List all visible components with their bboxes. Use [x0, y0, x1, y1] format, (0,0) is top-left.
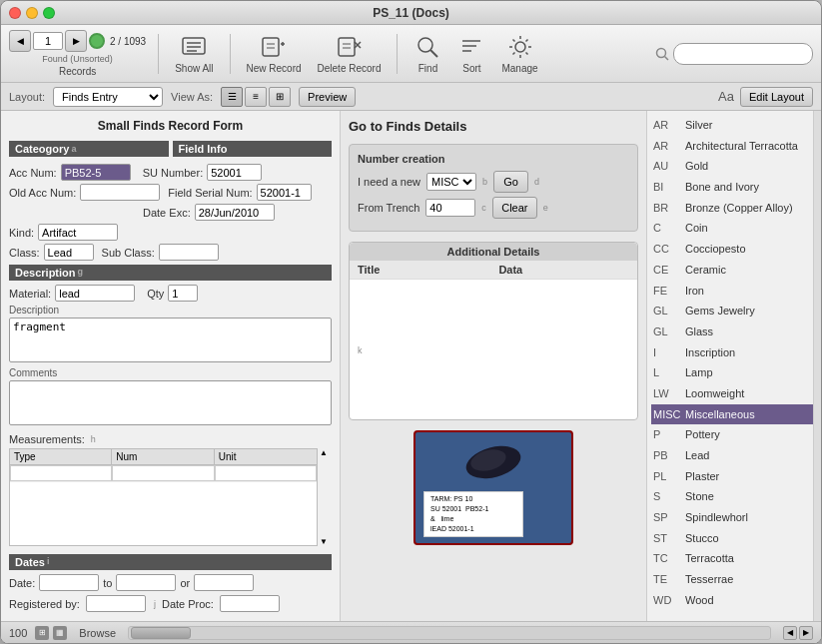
cat-name: Ceramic: [685, 261, 726, 280]
cat-code: GL: [653, 302, 681, 321]
category-item[interactable]: ARArchitectural Terracotta: [651, 136, 817, 157]
meas-unit-input-1[interactable]: [215, 465, 317, 481]
meas-scroll-up[interactable]: ▲: [320, 448, 332, 457]
cat-code: BR: [653, 199, 681, 218]
registered-input[interactable]: [86, 595, 146, 612]
category-item[interactable]: SPSpindlewhorl: [651, 507, 817, 528]
section-g-label: g: [78, 267, 84, 279]
category-item[interactable]: FEIron: [651, 281, 817, 302]
category-item[interactable]: ARSilver: [651, 115, 817, 136]
artifact-svg: [463, 442, 523, 482]
category-item[interactable]: PPottery: [651, 424, 817, 445]
material-label: Material:: [9, 288, 51, 300]
meas-scroll-down[interactable]: ▼: [320, 537, 332, 546]
additional-details-box: Additional Details Title Data k: [349, 242, 638, 420]
description-textarea[interactable]: fragment: [9, 318, 332, 362]
meas-type-input-1[interactable]: [10, 465, 112, 481]
class-row: Class: Sub Class:: [9, 244, 332, 261]
view-form-button[interactable]: ☰: [221, 87, 243, 107]
su-number-label: SU Number:: [143, 167, 204, 179]
date-proc-input[interactable]: [220, 595, 280, 612]
dates-wrapper: Dates i Date: to or: [9, 554, 332, 591]
kind-input[interactable]: [38, 224, 118, 241]
category-item[interactable]: TCTerracotta: [651, 548, 817, 569]
comments-textarea[interactable]: [9, 380, 332, 425]
svg-point-19: [515, 42, 525, 52]
horizontal-scrollbar[interactable]: [128, 626, 771, 640]
cat-name: Lead: [685, 446, 709, 465]
view-list-button[interactable]: ≡: [245, 87, 267, 107]
minimize-button[interactable]: [26, 7, 38, 19]
cat-name: Tesserrae: [685, 570, 733, 589]
go-button[interactable]: Go: [493, 171, 528, 193]
window-controls: [9, 7, 55, 19]
category-item[interactable]: CECeramic: [651, 260, 817, 281]
category-item[interactable]: STStucco: [651, 528, 817, 549]
cat-name: Spindlewhorl: [685, 508, 748, 527]
clear-button[interactable]: Clear: [492, 197, 537, 219]
trench-input[interactable]: [425, 199, 475, 217]
i-need-label: I need a new: [358, 176, 420, 188]
su-number-input[interactable]: [207, 164, 262, 181]
qty-input[interactable]: [168, 285, 198, 302]
date-or-input[interactable]: [194, 574, 254, 591]
category-item[interactable]: MISCMiscellaneous: [651, 404, 817, 425]
find-button[interactable]: Find: [410, 31, 445, 76]
date-exc-input[interactable]: [195, 204, 275, 221]
ad-table-header-row: Title Data: [350, 261, 637, 280]
category-item[interactable]: IInscription: [651, 342, 817, 363]
category-item[interactable]: PLPlaster: [651, 466, 817, 487]
sort-button[interactable]: Sort: [453, 31, 489, 76]
category-item[interactable]: BRBronze (Copper Alloy): [651, 198, 817, 219]
nav-forward-button[interactable]: ▶: [65, 30, 87, 52]
misc-select[interactable]: MISC: [426, 173, 476, 191]
category-item[interactable]: PBLead: [651, 445, 817, 466]
category-item[interactable]: BIBone and Ivory: [651, 177, 817, 198]
old-acc-label: Old Acc Num:: [9, 187, 76, 199]
layout-select[interactable]: Finds Entry: [53, 87, 163, 107]
old-acc-input[interactable]: [80, 184, 160, 201]
nav-back-button[interactable]: ◀: [9, 30, 31, 52]
search-input[interactable]: [673, 43, 813, 65]
scroll-left-button[interactable]: ◀: [783, 626, 797, 640]
preview-button[interactable]: Preview: [299, 87, 356, 107]
title-col-header: Title: [350, 261, 490, 280]
sub-class-input[interactable]: [159, 244, 219, 261]
edit-layout-button[interactable]: Edit Layout: [740, 87, 813, 107]
additional-details-table: Title Data k: [350, 261, 637, 419]
category-item[interactable]: WDWood: [651, 590, 817, 611]
category-item[interactable]: CCCocciopesto: [651, 239, 817, 260]
new-record-button[interactable]: New Record: [243, 31, 306, 76]
category-item[interactable]: LWLoomweight: [651, 383, 817, 404]
right-panel-scrollbar[interactable]: [813, 111, 821, 621]
category-item[interactable]: TETesserrae: [651, 569, 817, 590]
separator-3: [397, 34, 398, 74]
view-table-button[interactable]: ⊞: [269, 87, 291, 107]
maximize-button[interactable]: [43, 7, 55, 19]
manage-icon: [506, 33, 534, 61]
delete-record-button[interactable]: Delete Record: [314, 31, 386, 76]
date-from-input[interactable]: [39, 574, 99, 591]
old-acc-row: Old Acc Num: Field Serial Num:: [9, 184, 332, 201]
show-all-button[interactable]: Show All: [171, 31, 217, 76]
field-info-header: Field Info: [173, 141, 333, 157]
category-item[interactable]: CCoin: [651, 218, 817, 239]
acc-num-input[interactable]: [61, 164, 131, 181]
cat-name: Wood: [685, 591, 714, 610]
manage-button[interactable]: Manage: [497, 31, 541, 76]
close-button[interactable]: [9, 7, 21, 19]
field-serial-input[interactable]: [257, 184, 312, 201]
category-item[interactable]: LLamp: [651, 362, 817, 383]
nav-input[interactable]: [33, 32, 63, 50]
category-item[interactable]: SStone: [651, 486, 817, 507]
category-item[interactable]: AUGold: [651, 156, 817, 177]
scrollbar-thumb[interactable]: [131, 627, 191, 639]
cat-code: AU: [653, 157, 681, 176]
category-item[interactable]: GLGems Jewelry: [651, 301, 817, 322]
material-input[interactable]: [55, 285, 135, 302]
date-to-input[interactable]: [116, 574, 176, 591]
scroll-right-button[interactable]: ▶: [799, 626, 813, 640]
category-item[interactable]: GLGlass: [651, 322, 817, 342]
meas-num-input-1[interactable]: [112, 465, 214, 481]
class-input[interactable]: [44, 244, 94, 261]
